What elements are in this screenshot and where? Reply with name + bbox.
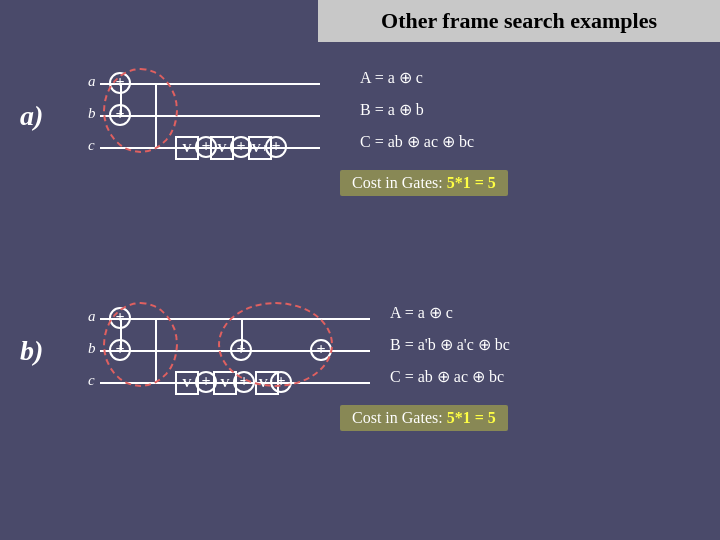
- row-a-label-a: a: [88, 73, 96, 90]
- xor-b-c1: +: [195, 371, 217, 393]
- eq-a-2: B = a ⊕ b: [360, 100, 424, 119]
- eq-b-1: A = a ⊕ c: [390, 303, 453, 322]
- cost-label-b: Cost in Gates:: [352, 409, 443, 426]
- eq-b-2: B = a'b ⊕ a'c ⊕ bc: [390, 335, 510, 354]
- cost-box-b: Cost in Gates: 5*1 = 5: [340, 405, 508, 431]
- page-title: Other frame search examples: [318, 0, 720, 42]
- xor-c2: +: [230, 136, 252, 158]
- cost-box-a: Cost in Gates: 5*1 = 5: [340, 170, 508, 196]
- dashed-circle-b2: [218, 302, 333, 387]
- cost-value-a: 5*1 = 5: [447, 174, 496, 191]
- row-b-label-b: b: [88, 340, 96, 357]
- row-c-label-b: c: [88, 372, 95, 389]
- cost-label-a: Cost in Gates:: [352, 174, 443, 191]
- eq-a-1: A = a ⊕ c: [360, 68, 423, 87]
- section-b-label: b): [20, 335, 43, 367]
- dashed-circle-a: [103, 68, 178, 153]
- row-a-label-b: a: [88, 308, 96, 325]
- section-a-label: a): [20, 100, 43, 132]
- eq-b-3: C = ab ⊕ ac ⊕ bc: [390, 367, 504, 386]
- cost-value-b: 5*1 = 5: [447, 409, 496, 426]
- xor-c3: +: [265, 136, 287, 158]
- row-b-label-a: b: [88, 105, 96, 122]
- eq-a-3: C = ab ⊕ ac ⊕ bc: [360, 132, 474, 151]
- xor-c1: +: [195, 136, 217, 158]
- row-c-label-a: c: [88, 137, 95, 154]
- dashed-circle-b1: [103, 302, 178, 387]
